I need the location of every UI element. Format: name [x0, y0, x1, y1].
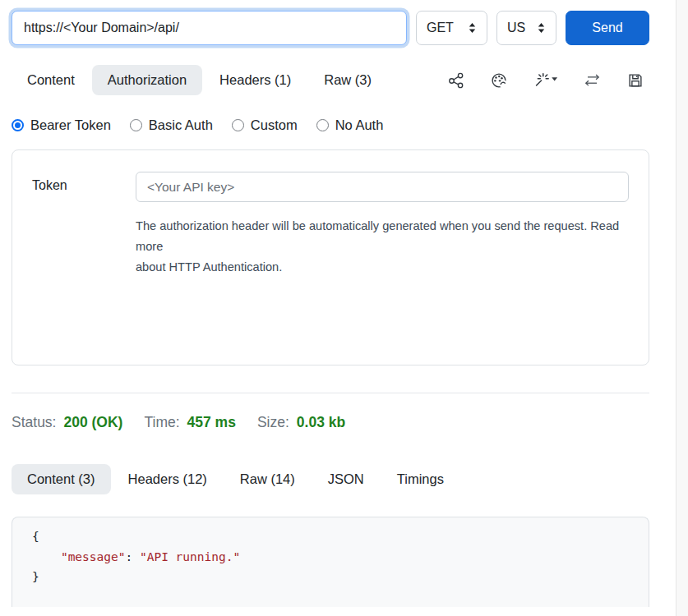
tab-response-raw[interactable]: Raw (14) — [224, 464, 311, 494]
radio-custom[interactable]: Custom — [232, 117, 298, 133]
method-select-value: GET — [427, 21, 454, 35]
tab-authorization[interactable]: Authorization — [92, 65, 202, 95]
size-value: 0.03 kb — [297, 414, 345, 431]
status-size: Size: 0.03 kb — [257, 414, 345, 431]
json-message-line: "message": "API running." — [32, 547, 629, 568]
send-button[interactable]: Send — [566, 11, 649, 45]
radio-label: Basic Auth — [149, 117, 213, 133]
toolbar-icons — [447, 71, 649, 90]
help-line-1: The authorization header will be automat… — [136, 216, 629, 257]
status-time: Time: 457 ms — [144, 414, 235, 431]
radio-label: No Auth — [335, 117, 384, 133]
select-updown-icon — [537, 22, 546, 34]
scrollbar-track[interactable] — [676, 0, 688, 616]
region-select[interactable]: US — [496, 11, 556, 45]
url-input[interactable] — [12, 11, 407, 45]
tab-headers[interactable]: Headers (1) — [204, 65, 307, 95]
time-label: Time: — [144, 414, 179, 431]
radio-icon — [12, 119, 24, 131]
region-select-value: US — [507, 21, 525, 35]
radio-label: Custom — [251, 117, 298, 133]
radio-basic-auth[interactable]: Basic Auth — [130, 117, 213, 133]
method-select[interactable]: GET — [416, 11, 487, 45]
json-open-brace: { — [32, 526, 629, 547]
radio-icon — [130, 119, 142, 131]
auth-options: Bearer Token Basic Auth Custom No Auth — [12, 117, 649, 133]
radio-bearer-token[interactable]: Bearer Token — [12, 117, 111, 133]
tab-response-timings[interactable]: Timings — [381, 464, 459, 494]
size-label: Size: — [257, 414, 289, 431]
response-body: { "message": "API running." } — [12, 517, 649, 607]
select-updown-icon — [468, 22, 477, 34]
share-nodes-icon[interactable] — [447, 71, 465, 90]
section-divider — [12, 393, 649, 393]
swap-arrows-icon[interactable] — [583, 71, 602, 90]
tab-response-headers[interactable]: Headers (12) — [113, 464, 223, 494]
radio-icon — [316, 119, 329, 131]
response-tabs: Content (3) Headers (12) Raw (14) JSON T… — [12, 464, 649, 494]
radio-label: Bearer Token — [30, 117, 111, 133]
main-content: GET US Send Content Authorization Header… — [12, 0, 649, 607]
status-label: Status: — [12, 414, 56, 431]
save-icon[interactable] — [626, 71, 644, 90]
json-value: "API running." — [140, 550, 240, 563]
response-status: Status: 200 (OK) Time: 457 ms Size: 0.03… — [12, 414, 649, 431]
radio-no-auth[interactable]: No Auth — [316, 117, 384, 133]
palette-icon[interactable] — [490, 71, 508, 90]
json-separator: : — [125, 550, 139, 563]
time-value: 457 ms — [187, 414, 236, 431]
tab-response-content[interactable]: Content (3) — [12, 464, 111, 494]
token-input[interactable] — [136, 172, 629, 202]
request-tabs: Content Authorization Headers (1) Raw (3… — [12, 65, 649, 95]
status-code: Status: 200 (OK) — [12, 414, 122, 431]
magic-wand-dropdown-icon[interactable] — [533, 71, 558, 90]
tab-response-json[interactable]: JSON — [312, 464, 380, 494]
status-value: 200 (OK) — [63, 414, 122, 431]
json-close-brace: } — [32, 567, 629, 587]
json-key: "message" — [61, 550, 126, 563]
help-line-2: about HTTP Authentication. — [136, 257, 629, 278]
tab-content[interactable]: Content — [12, 65, 90, 95]
token-panel: Token The authorization header will be a… — [12, 149, 649, 365]
token-label: Token — [32, 172, 136, 343]
token-help-text: The authorization header will be automat… — [136, 216, 629, 278]
tab-raw[interactable]: Raw (3) — [308, 65, 387, 95]
request-bar: GET US Send — [12, 11, 649, 45]
radio-icon — [232, 119, 244, 131]
